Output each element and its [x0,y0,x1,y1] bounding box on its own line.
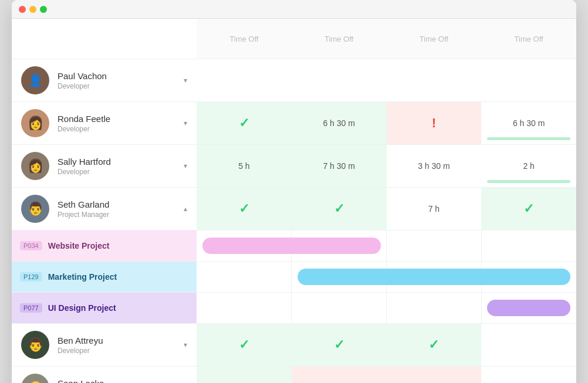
person-info: Sean Locke Developer [58,378,175,384]
project-bar-uidesign [487,300,570,316]
avatar: 👩 [21,152,49,180]
chevron-down-icon[interactable]: ▾ [184,341,187,349]
data-cell [292,59,387,101]
chevron-up-icon[interactable]: ▴ [184,205,187,213]
header-data-cols: Time Off Time Off Time Off Time Off [197,19,576,59]
close-button[interactable] [19,6,26,13]
data-cell-check: ✓ [387,324,482,366]
data-cols: ✓ ✓ 7 h ✓ [197,188,576,230]
data-cell-time: 6 h 30 m [481,102,576,144]
data-cell-time: 6 h 30 m [292,102,387,144]
header-col-2: Time Off [292,19,387,59]
check-icon: ✓ [334,337,344,353]
warning-icon: ! [432,116,436,131]
person-cell-ronda: 👩 Ronda Feetle Developer ▾ [12,102,197,144]
schedule-table: Time Off Time Off Time Off Time Off 👤 Pa… [12,19,576,383]
data-cols [197,59,576,101]
data-cell-check: ✓ [197,188,292,230]
chevron-down-icon[interactable]: ▾ [184,76,187,84]
person-name: Seth Garland [58,199,175,209]
check-icon: ✓ [239,337,249,353]
person-info: Paul Vachon Developer [58,71,175,90]
check-icon: ✓ [428,337,439,353]
person-name: Ronda Feetle [58,114,175,124]
person-cell-sally: 👩 Sally Hartford Developer ▾ [12,145,197,187]
progress-bar [487,137,570,140]
table-row: 👩 Ronda Feetle Developer ▾ ✓ 6 h 30 m ! [12,102,576,145]
avatar: 👨 [21,195,49,223]
avatar: 👤 [21,66,49,94]
person-info: Seth Garland Project Manager [58,199,175,219]
person-name: Sally Hartford [58,157,175,167]
titlebar [12,0,576,19]
person-role: Project Manager [58,211,175,219]
header-person-cell [12,19,197,59]
data-cols: ✓ ! ! [197,367,576,383]
data-cell-check: ✓ [197,324,292,366]
data-cell: 7 h 30 m [292,145,387,187]
progress-bar [487,180,570,183]
data-cell [387,59,482,101]
data-cols: ✓ 6 h 30 m ! 6 h 30 m [197,102,576,144]
project-name: Marketing Project [48,272,117,282]
data-cell-check: ✓ [292,324,387,366]
check-icon: ✓ [239,116,249,131]
table-row: 👩 Sally Hartford Developer ▾ 5 h 7 h 30 … [12,145,576,188]
data-cell-check: ✓ [292,188,387,230]
data-cell-warning: ! [387,102,482,144]
project-id: P129 [20,272,42,282]
header-row: Time Off Time Off Time Off Time Off [12,19,576,59]
check-icon: ✓ [239,380,249,383]
chevron-down-icon[interactable]: ▾ [184,162,187,170]
header-col-1: Time Off [197,19,292,59]
project-row-uidesign: P077 UI Design Project [12,293,576,324]
check-icon: ✓ [334,201,344,216]
table-row: 👨 Seth Garland Project Manager ▴ ✓ ✓ 7 h [12,188,576,231]
person-cell-paul: 👤 Paul Vachon Developer ▾ [12,59,197,101]
data-cell: 5 h [197,145,292,187]
check-icon: ✓ [239,201,249,216]
avatar: 👨 [21,331,49,359]
project-left: P034 Website Project [12,231,197,261]
chevron-down-icon[interactable]: ▾ [184,119,187,127]
data-cell: 7 h [387,188,482,230]
data-cell-warning: ! [292,367,387,383]
project-name: Website Project [48,241,110,250]
app-window: Time Off Time Off Time Off Time Off 👤 Pa… [12,0,576,383]
avatar: 👩 [21,109,49,137]
project-row-website: P034 Website Project [12,231,576,262]
avatar: 👴 [21,374,49,383]
person-cell-sean: 👴 Sean Locke Developer ▾ [12,367,197,383]
data-cell [481,59,576,101]
person-cell-ben: 👨 Ben Attreyu Developer ▾ [12,324,197,366]
project-bar-marketing [298,269,570,285]
project-bar-website [202,238,381,254]
person-role: Developer [58,168,175,176]
person-info: Ronda Feetle Developer [58,114,175,133]
project-id: P034 [20,241,42,250]
project-id: P077 [20,303,42,313]
data-cell: 3 h 30 m [387,145,482,187]
person-name: Paul Vachon [58,71,175,81]
table-row: 👨 Ben Attreyu Developer ▾ ✓ ✓ ✓ [12,324,576,367]
data-cols: ✓ ✓ ✓ [197,324,576,366]
project-name: UI Design Project [48,303,116,313]
data-cols: 5 h 7 h 30 m 3 h 30 m 2 h [197,145,576,187]
project-row-marketing: P129 Marketing Project [12,262,576,293]
maximize-button[interactable] [40,6,47,13]
person-name: Ben Attreyu [58,335,175,345]
table-row: 👴 Sean Locke Developer ▾ ✓ ! ! [12,367,576,383]
data-cell-check: ✓ [197,367,292,383]
check-icon: ✓ [523,201,534,216]
header-col-4: Time Off [481,19,576,59]
header-col-3: Time Off [387,19,482,59]
data-cell-warning: ! [387,367,482,383]
warning-icon: ! [432,380,436,383]
person-name: Sean Locke [58,378,175,384]
minimize-button[interactable] [29,6,36,13]
data-cell [481,367,576,383]
table-row: 👤 Paul Vachon Developer ▾ [12,59,576,102]
data-cell-check: ✓ [481,188,576,230]
data-cell [481,324,576,366]
person-info: Sally Hartford Developer [58,157,175,176]
